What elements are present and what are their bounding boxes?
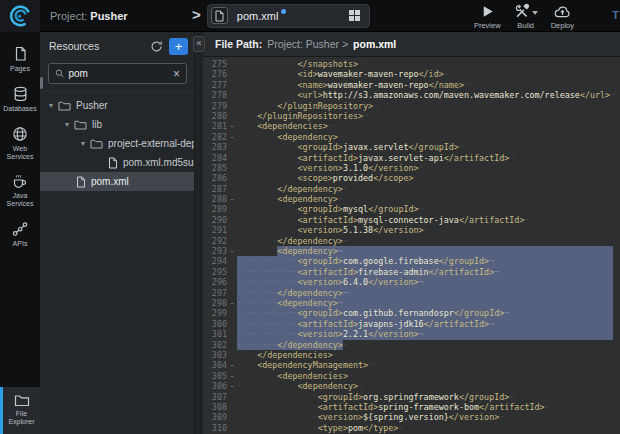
line-number[interactable]: 304 [203,360,227,370]
deploy-button[interactable]: Deploy [551,2,574,30]
code-line-300[interactable]: ············<artifactId>javapns-jdk16</a… [237,319,620,329]
tab-pom-xml[interactable]: pom.xml [207,4,370,28]
search-input[interactable] [64,68,173,79]
gutter-line[interactable]: 285 [203,163,237,173]
gutter-line[interactable]: 292 [203,236,237,246]
gutter-line[interactable]: 294 [203,256,237,266]
build-button[interactable]: Build [514,2,538,30]
line-number[interactable]: 285 [203,163,227,173]
gutter-line[interactable]: 303 [203,350,237,360]
gutter-line[interactable]: 293- [203,246,237,256]
code-line-304[interactable]: ····<dependencyManagement>¬ [237,360,620,370]
fold-marker-icon[interactable]: - [227,381,237,391]
line-number[interactable]: 283 [203,142,227,152]
gutter-line[interactable]: 280 [203,111,237,121]
code-line-308[interactable]: ················<artifactId>spring-frame… [237,402,620,412]
gutter-line[interactable]: 289 [203,204,237,214]
line-number[interactable]: 287 [203,184,227,194]
line-number[interactable]: 310 [203,423,227,433]
gutter-line[interactable]: 301 [203,329,237,339]
line-number[interactable]: 307 [203,392,227,402]
code-line-295[interactable]: ············<artifactId>firebase-admin</… [237,267,620,277]
gutter-line[interactable]: 309 [203,412,237,422]
code-line-299[interactable]: ············<groupId>com.github.fernando… [237,308,620,318]
code-line-294[interactable]: ············<groupId>com.google.firebase… [237,256,620,266]
expand-arrow-icon[interactable]: ▾ [46,101,56,110]
code-line-276[interactable]: ············<id>wavemaker-maven-repo</id… [237,69,620,79]
code-line-278[interactable]: ············<url>http://s3.amazonaws.com… [237,90,620,100]
line-number[interactable]: 294 [203,256,227,266]
gutter-line[interactable]: 288- [203,194,237,204]
gutter-line[interactable]: 286 [203,173,237,183]
code-line-301[interactable]: ············<version>2.2.1</version>¬ [237,329,620,339]
gutter-line[interactable]: 275 [203,59,237,69]
code-line-280[interactable]: ····</pluginRepositories>¬ [237,111,620,121]
fold-marker-icon[interactable]: - [227,371,237,381]
gutter-line[interactable]: 307 [203,392,237,402]
gutter-line[interactable]: 298- [203,298,237,308]
preview-button[interactable]: Preview [474,2,501,30]
code-line-293[interactable]: ········<dependency>¬ [237,246,620,256]
line-number[interactable]: 302 [203,340,227,350]
line-number[interactable]: 306 [203,381,227,391]
fold-marker-icon[interactable]: - [227,298,237,308]
gutter-line[interactable]: 276 [203,69,237,79]
line-number[interactable]: 290 [203,215,227,225]
code-line-296[interactable]: ············<version>6.4.0</version>¬ [237,277,620,287]
code-line-305[interactable]: ········<dependencies>¬ [237,371,620,381]
add-resource-button[interactable]: + [169,38,188,55]
line-number[interactable]: 297 [203,288,227,298]
tree-item-pom-xml[interactable]: pom.xml [40,172,194,191]
gutter-line[interactable]: 306- [203,381,237,391]
refresh-icon[interactable] [150,40,163,53]
line-number[interactable]: 299 [203,308,227,318]
code-line-292[interactable]: ········</dependency>¬ [237,236,620,246]
gutter-line[interactable]: 304- [203,360,237,370]
code-line-284[interactable]: ············<artifactId>javax.servlet-ap… [237,153,620,163]
code-line-277[interactable]: ············<name>wavemaker-maven-repo</… [237,80,620,90]
code-line-279[interactable]: ········</pluginRepository>¬ [237,101,620,111]
code-line-310[interactable]: ················<type>pom</type>¬ [237,423,620,433]
code-line-286[interactable]: ············<scope>provided</scope>¬ [237,173,620,183]
line-number[interactable]: 288 [203,194,227,204]
sidebar-item-pages[interactable]: Pages [0,40,40,80]
line-number[interactable]: 276 [203,69,227,79]
sidebar-item-web-services[interactable]: Web Services [0,120,40,168]
sidebar-item-databases[interactable]: Databases [0,80,40,120]
line-number[interactable]: 292 [203,236,227,246]
line-number[interactable]: 280 [203,111,227,121]
line-number[interactable]: 291 [203,225,227,235]
gutter-line[interactable]: 279 [203,101,237,111]
code-line-306[interactable]: ············<dependency>¬ [237,381,620,391]
line-number[interactable]: 281 [203,121,227,131]
line-number[interactable]: 282 [203,132,227,142]
code-line-282[interactable]: ········<dependency>¬ [237,132,620,142]
line-number[interactable]: 308 [203,402,227,412]
code-line-291[interactable]: ············<version>5.1.38</version>¬ [237,225,620,235]
gutter-line[interactable]: 283 [203,142,237,152]
code-line-288[interactable]: ········<dependency>¬ [237,194,620,204]
gutter-line[interactable]: 277 [203,80,237,90]
gutter-line[interactable]: 287 [203,184,237,194]
line-number[interactable]: 295 [203,267,227,277]
code-line-285[interactable]: ············<version>3.1.0</version>¬ [237,163,620,173]
gutter-line[interactable]: 305- [203,371,237,381]
tree-item-pusher[interactable]: ▾Pusher [40,96,194,115]
line-number[interactable]: 278 [203,90,227,100]
code-line-297[interactable]: ········</dependency>¬ [237,288,620,298]
layout-grid-icon[interactable] [348,9,361,22]
gutter-line[interactable]: 302 [203,340,237,350]
gutter-line[interactable]: 295 [203,267,237,277]
line-number[interactable]: 286 [203,173,227,183]
gutter-line[interactable]: 278 [203,90,237,100]
tree-item-lib[interactable]: ▾lib [40,115,194,134]
code-line-302[interactable]: ········</dependency>¬ [237,340,620,350]
gutter-line[interactable]: 299 [203,308,237,318]
gutter-line[interactable]: 297 [203,288,237,298]
gutter-line[interactable]: 290 [203,215,237,225]
resources-scrollbar-thumb[interactable] [40,77,43,89]
line-number[interactable]: 303 [203,350,227,360]
line-number[interactable]: 289 [203,204,227,214]
gutter-line[interactable]: 300 [203,319,237,329]
fold-marker-icon[interactable]: - [227,360,237,370]
